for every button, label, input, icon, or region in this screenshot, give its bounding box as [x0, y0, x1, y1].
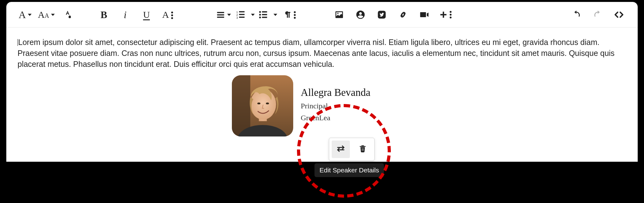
svg-point-13	[259, 14, 261, 16]
paragraph-text-value: Lorem ipsum dolor sit amet, consectetur …	[18, 38, 615, 68]
undo-button[interactable]	[566, 6, 587, 23]
paragraph-text: Lorem ipsum dolor sit amet, consectetur …	[18, 37, 626, 70]
image-icon	[334, 10, 344, 20]
insert-person-button[interactable]	[350, 6, 371, 23]
insert-image-button[interactable]	[329, 6, 350, 23]
text-color-button[interactable]	[57, 6, 78, 23]
more-text-button[interactable]: A	[157, 6, 178, 23]
speaker-organization: GreenLea	[301, 113, 371, 123]
delete-speaker-button[interactable]	[354, 141, 372, 158]
editor-content-area[interactable]: Lorem ipsum dolor sit amet, consectetur …	[7, 27, 637, 146]
svg-point-24	[450, 11, 452, 13]
svg-rect-28	[232, 75, 250, 136]
text-cursor	[18, 39, 18, 46]
edit-speaker-button[interactable]	[332, 141, 350, 158]
chevron-down-icon	[51, 14, 55, 16]
insert-link-button[interactable]	[392, 6, 414, 23]
insert-video-button[interactable]	[414, 6, 435, 23]
underline-button[interactable]: U	[136, 6, 157, 23]
link-icon	[398, 10, 408, 20]
chevron-down-icon	[273, 14, 277, 16]
speaker-avatar	[232, 75, 293, 136]
code-view-button[interactable]	[608, 6, 630, 23]
svg-rect-4	[217, 14, 224, 16]
trash-icon	[358, 144, 367, 154]
redo-button[interactable]	[587, 6, 608, 23]
svg-point-25	[450, 14, 452, 16]
svg-point-20	[294, 17, 296, 19]
svg-rect-15	[262, 11, 267, 12]
video-icon	[419, 10, 429, 20]
align-dropdown[interactable]	[213, 6, 234, 23]
undo-icon	[571, 10, 581, 20]
speaker-role: Principal	[301, 101, 371, 111]
plus-icon	[439, 11, 452, 19]
text-color-icon	[63, 10, 72, 19]
svg-point-12	[259, 11, 261, 13]
paragraph-icon	[284, 10, 296, 19]
italic-icon: i	[124, 10, 127, 20]
editor-toolbar: A AA B i	[7, 2, 637, 27]
speaker-name: Allegra Bevanda	[301, 85, 371, 100]
svg-rect-23	[440, 14, 447, 15]
insert-social-button[interactable]	[371, 6, 392, 23]
svg-point-32	[266, 102, 269, 104]
svg-rect-5	[217, 17, 224, 18]
svg-rect-10	[239, 14, 245, 15]
more-paragraph-button[interactable]	[279, 6, 300, 23]
italic-button[interactable]: i	[115, 6, 136, 23]
swap-horizontal-icon	[336, 144, 345, 155]
tooltip: Edit Speaker Details	[314, 163, 384, 177]
svg-point-30	[250, 89, 276, 120]
bold-button[interactable]: B	[93, 6, 115, 23]
ordered-list-dropdown[interactable]: 123	[234, 6, 257, 23]
underline-icon: U	[143, 10, 150, 19]
twitter-icon	[377, 10, 386, 19]
redo-icon	[593, 10, 603, 20]
svg-rect-3	[217, 12, 224, 13]
svg-rect-17	[262, 17, 267, 18]
font-family-dropdown[interactable]: A	[14, 6, 36, 23]
speaker-meta: Allegra Bevanda Principal GreenLea	[301, 75, 371, 123]
more-text-icon: A	[162, 10, 173, 19]
rich-text-editor: A AA B i	[6, 2, 638, 162]
unordered-list-icon	[258, 10, 268, 19]
svg-rect-16	[262, 14, 267, 15]
svg-point-31	[257, 102, 260, 104]
svg-rect-11	[239, 17, 245, 18]
chevron-down-icon	[28, 14, 32, 16]
more-rich-button[interactable]	[435, 6, 456, 23]
svg-point-19	[294, 14, 296, 16]
speaker-context-popup	[329, 138, 375, 161]
svg-point-1	[171, 14, 173, 16]
bold-icon: B	[100, 10, 107, 20]
chevron-down-icon	[227, 14, 231, 16]
svg-point-14	[259, 17, 261, 18]
svg-point-2	[171, 17, 173, 19]
svg-point-0	[171, 12, 173, 13]
tooltip-text: Edit Speaker Details	[319, 166, 379, 174]
person-circle-icon	[355, 10, 365, 20]
ordered-list-icon: 123	[236, 10, 245, 19]
svg-text:3: 3	[236, 16, 238, 19]
align-icon	[216, 10, 225, 19]
chevron-down-icon	[251, 14, 255, 16]
svg-point-18	[294, 11, 296, 13]
font-size-dropdown[interactable]: AA	[36, 6, 57, 23]
svg-rect-9	[239, 11, 245, 12]
code-icon	[614, 10, 624, 20]
unordered-list-dropdown[interactable]	[257, 6, 279, 23]
svg-point-26	[450, 17, 452, 18]
font-family-glyph: A	[18, 10, 26, 20]
speaker-block[interactable]: Allegra Bevanda Principal GreenLea	[232, 75, 626, 136]
